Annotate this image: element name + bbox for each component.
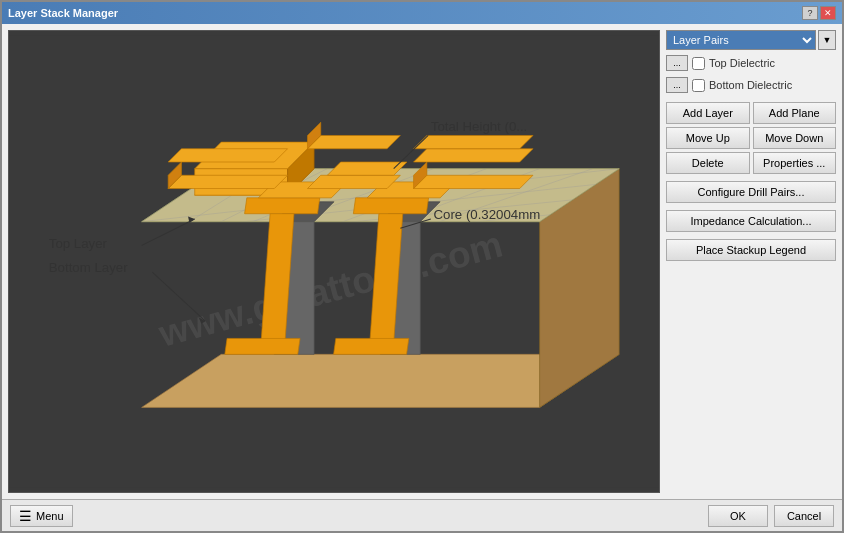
title-bar-buttons: ? ✕ [802, 6, 836, 20]
pcb-svg: www.greattong.com [9, 31, 659, 492]
close-button[interactable]: ✕ [820, 6, 836, 20]
menu-button[interactable]: ☰ Menu [10, 505, 73, 527]
svg-rect-36 [334, 338, 409, 354]
pcb-visualization-panel: www.greattong.com [8, 30, 660, 493]
svg-marker-39 [168, 175, 287, 188]
main-window: Layer Stack Manager ? ✕ www.greattong.co… [0, 0, 844, 533]
svg-text:Core (0.32004mm: Core (0.32004mm [433, 207, 540, 222]
layer-pairs-dropdown[interactable]: Layer Pairs [666, 30, 816, 50]
add-layer-button[interactable]: Add Layer [666, 102, 750, 124]
impedance-button[interactable]: Impedance Calculation... [666, 210, 836, 232]
right-panel: Layer Pairs ▼ ... Top Dielectric ... Bot… [666, 30, 836, 493]
top-dielectric-checkbox[interactable] [692, 57, 705, 70]
top-dielectric-row: ... Top Dielectric [666, 54, 836, 72]
configure-drill-button[interactable]: Configure Drill Pairs... [666, 181, 836, 203]
pcb-visualization: www.greattong.com [9, 31, 659, 492]
properties-button[interactable]: Properties ... [753, 152, 837, 174]
svg-marker-42 [307, 175, 400, 188]
cancel-button[interactable]: Cancel [774, 505, 834, 527]
svg-text:Top Layer: Top Layer [49, 236, 108, 251]
window-title: Layer Stack Manager [8, 7, 118, 19]
svg-rect-34 [353, 198, 428, 214]
svg-marker-46 [414, 175, 533, 188]
place-stackup-button[interactable]: Place Stackup Legend [666, 239, 836, 261]
svg-rect-33 [225, 338, 300, 354]
svg-marker-43 [327, 162, 407, 175]
svg-marker-41 [168, 149, 287, 162]
ok-cancel-area: OK Cancel [708, 505, 834, 527]
top-dielectric-label: Top Dielectric [709, 57, 775, 69]
content-area: www.greattong.com [2, 24, 842, 499]
title-bar: Layer Stack Manager ? ✕ [2, 2, 842, 24]
add-plane-button[interactable]: Add Plane [753, 102, 837, 124]
move-down-button[interactable]: Move Down [753, 127, 837, 149]
menu-label: Menu [36, 510, 64, 522]
button-grid: Add Layer Add Plane Move Up Move Down De… [666, 102, 836, 174]
top-dielectric-ellipsis-button[interactable]: ... [666, 55, 688, 71]
dropdown-arrow-button[interactable]: ▼ [818, 30, 836, 50]
bottom-dielectric-label: Bottom Dielectric [709, 79, 792, 91]
dropdown-row: Layer Pairs ▼ [666, 30, 836, 50]
ok-button[interactable]: OK [708, 505, 768, 527]
help-button[interactable]: ? [802, 6, 818, 20]
bottom-dielectric-row: ... Bottom Dielectric [666, 76, 836, 94]
svg-marker-44 [307, 135, 400, 148]
delete-button[interactable]: Delete [666, 152, 750, 174]
bottom-bar: ☰ Menu OK Cancel [2, 499, 842, 531]
svg-text:Total Height (0...: Total Height (0... [431, 120, 527, 135]
svg-marker-48 [414, 149, 533, 162]
bottom-dielectric-checkbox[interactable] [692, 79, 705, 92]
move-up-button[interactable]: Move Up [666, 127, 750, 149]
menu-icon: ☰ [19, 508, 32, 524]
svg-rect-31 [245, 198, 320, 214]
svg-marker-49 [414, 135, 533, 148]
svg-text:Bottom Layer: Bottom Layer [49, 260, 128, 275]
bottom-dielectric-ellipsis-button[interactable]: ... [666, 77, 688, 93]
